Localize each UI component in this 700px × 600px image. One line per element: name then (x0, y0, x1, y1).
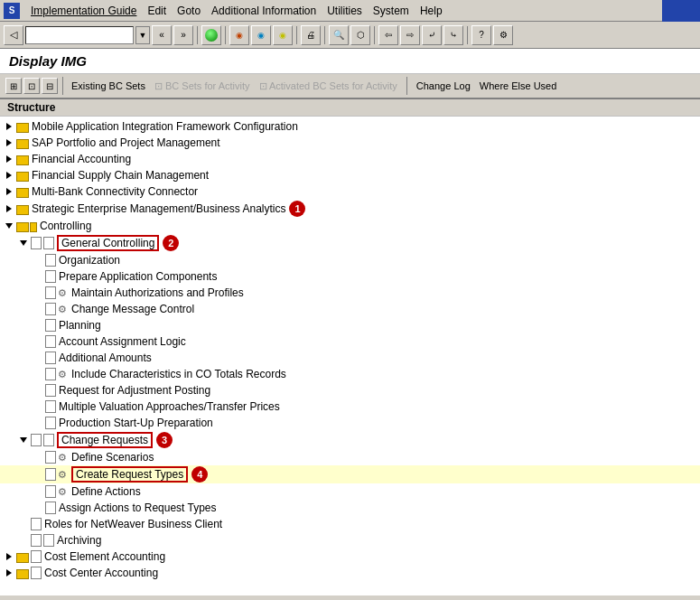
tree-item-multibank[interactable]: Multi-Bank Connectivity Connector (0, 183, 700, 200)
page-icon (31, 567, 42, 579)
tree-label: Multiple Valuation Approaches/Transfer P… (59, 400, 280, 413)
tree-item-sap-portfolio[interactable]: SAP Portfolio and Project Management (0, 135, 700, 151)
tree-label: Mobile Application Integration Framework… (32, 120, 298, 133)
nav-next[interactable]: » (173, 25, 193, 45)
tb-btn2[interactable]: ◉ (251, 25, 271, 45)
tree-item-organization[interactable]: Organization (0, 252, 700, 268)
gear-icon: ⚙ (58, 469, 70, 481)
tree-item-financial[interactable]: Financial Accounting (0, 151, 700, 167)
help-btn[interactable]: ? (471, 25, 491, 45)
tb-misc2[interactable]: ⇨ (400, 25, 420, 45)
tree-item-assign-actions[interactable]: Assign Actions to Request Types (0, 500, 700, 516)
sep2 (225, 26, 226, 44)
page-icon (45, 303, 56, 315)
expand-icon (4, 203, 14, 214)
dropdown-btn[interactable]: ▼ (135, 26, 150, 44)
print-btn[interactable]: 🖨 (301, 25, 321, 45)
tree-item-prepare-app[interactable]: Prepare Application Components (0, 268, 700, 285)
bc-icon1[interactable]: ⊞ (5, 78, 22, 94)
tree-label: Strategic Enterprise Management/Business… (32, 202, 285, 215)
expand-icon (4, 551, 14, 562)
page-icon (45, 417, 56, 429)
tree-item-include-char[interactable]: ⚙ Include Characteristics in CO Totals R… (0, 366, 700, 382)
tree-item-maintain-auth[interactable]: ⚙ Maintain Authorizations and Profiles (0, 285, 700, 301)
expand-icon (4, 220, 14, 231)
page-icon (45, 270, 56, 283)
tree-label-outlined: Change Requests (57, 432, 153, 448)
bc-icon3[interactable]: ⊟ (42, 78, 58, 94)
menu-additional-info[interactable]: Additional Information (211, 5, 316, 17)
tree-item-cost-center[interactable]: Cost Center Accounting (0, 565, 700, 581)
page-icon (45, 335, 56, 348)
back-button[interactable]: ◁ (4, 25, 23, 45)
tree-item-strategic[interactable]: Strategic Enterprise Management/Business… (0, 200, 700, 218)
tree-label: Roles for NetWeaver Business Client (44, 518, 222, 530)
page-icon (45, 485, 56, 498)
tree-item-controlling[interactable]: Controlling (0, 218, 700, 234)
command-field[interactable] (26, 30, 133, 41)
tree-item-roles-netweaver[interactable]: Roles for NetWeaver Business Client (0, 516, 700, 532)
menu-system[interactable]: System (373, 5, 409, 17)
tree-item-additional-amounts[interactable]: Additional Amounts (0, 350, 700, 366)
page-icon (31, 550, 42, 563)
bc-icon2[interactable]: ⊡ (23, 78, 40, 94)
tree-item-change-requests[interactable]: Change Requests 3 (0, 431, 700, 449)
tree-label-outlined: General Controlling (57, 235, 159, 251)
expand-icon (4, 137, 14, 148)
sep3 (296, 26, 297, 44)
tb-misc1[interactable]: ⇦ (378, 25, 398, 45)
tree-item-financial-supply[interactable]: Financial Supply Chain Management (0, 167, 700, 183)
tb-btn3[interactable]: ◉ (273, 25, 293, 45)
settings-btn[interactable]: ⚙ (493, 25, 513, 45)
tree-item-request-adj[interactable]: Request for Adjustment Posting (0, 382, 700, 398)
find-btn[interactable]: 🔍 (329, 25, 349, 45)
tb-btn1[interactable]: ◉ (229, 25, 249, 45)
bc-sets-activity-btn[interactable]: ⊡ BC Sets for Activity (151, 80, 254, 93)
find2-btn[interactable]: ⬡ (350, 25, 370, 45)
menu-goto[interactable]: Goto (177, 5, 201, 17)
step-badge-2: 2 (163, 235, 179, 251)
tree-item-archiving[interactable]: Archiving (0, 532, 700, 548)
gear-icon: ⚙ (58, 287, 70, 299)
activated-bc-sets-btn[interactable]: ⊡ Activated BC Sets for Activity (256, 80, 401, 93)
expand-icon (4, 121, 14, 132)
tree-item-define-actions[interactable]: ⚙ Define Actions (0, 483, 700, 500)
gear-icon: ⚙ (58, 304, 70, 315)
tree-item-planning[interactable]: Planning (0, 317, 700, 333)
menu-impl-guide[interactable]: Implementation Guide (31, 5, 136, 17)
where-else-used-btn[interactable]: Where Else Used (476, 80, 561, 92)
tree-label: Production Start-Up Preparation (59, 417, 213, 429)
accept-btn[interactable] (201, 25, 221, 45)
tree-item-cost-element[interactable]: Cost Element Accounting (0, 548, 700, 565)
tree-item-define-scenarios[interactable]: ⚙ Define Scenarios (0, 449, 700, 465)
tree-label: Cost Center Accounting (44, 567, 158, 579)
bc-sets-icon: ⊡ (154, 80, 165, 91)
folder-icon (16, 188, 29, 198)
tree-item-change-msg[interactable]: ⚙ Change Message Control (0, 301, 700, 317)
tree-item-create-request-types[interactable]: ⚙ Create Request Types 4 (0, 465, 700, 483)
tree-item-multiple-val[interactable]: Multiple Valuation Approaches/Transfer P… (0, 398, 700, 415)
page-icon (45, 286, 56, 299)
menu-help[interactable]: Help (420, 5, 443, 17)
sep5 (374, 26, 375, 44)
tree-item-mobile[interactable]: Mobile Application Integration Framework… (0, 118, 700, 135)
toolbar-input-wrapper (25, 26, 134, 44)
existing-bc-sets-btn[interactable]: Existing BC Sets (68, 80, 149, 92)
menu-edit[interactable]: Edit (147, 5, 166, 17)
folder-icon (16, 155, 29, 165)
step-badge-3: 3 (156, 432, 173, 448)
tb-misc3[interactable]: ⤶ (422, 25, 442, 45)
tree-item-account-assign[interactable]: Account Assignment Logic (0, 333, 700, 350)
page-icon2 (43, 534, 54, 547)
sep1 (197, 26, 198, 44)
tree-label: Request for Adjustment Posting (59, 384, 210, 397)
change-log-btn[interactable]: Change Log (413, 80, 474, 92)
page-icon (45, 352, 56, 364)
page-icon (45, 451, 56, 464)
tree-label: Assign Actions to Request Types (59, 502, 217, 514)
menu-utilities[interactable]: Utilities (327, 5, 362, 17)
tree-item-production-start[interactable]: Production Start-Up Preparation (0, 415, 700, 431)
nav-prev[interactable]: « (152, 25, 172, 45)
tb-misc4[interactable]: ⤷ (443, 25, 463, 45)
tree-item-general-controlling[interactable]: General Controlling 2 (0, 234, 700, 252)
